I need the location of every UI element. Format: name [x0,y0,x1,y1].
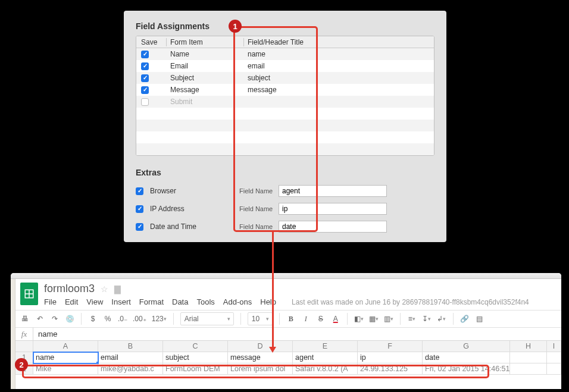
save-checkbox[interactable] [141,98,149,106]
folder-icon[interactable]: ▇ [114,284,121,294]
save-checkbox[interactable] [141,74,149,82]
extra-checkbox[interactable] [136,223,143,231]
menu-view[interactable]: View [86,297,103,306]
redo-icon[interactable]: ↷ [50,315,60,323]
sheets-logo-icon[interactable] [20,283,38,305]
spreadsheet-grid[interactable]: A B C D E F G H I 1 name email subject m… [15,341,561,375]
field-title-cell[interactable]: subject [243,74,434,82]
valign-icon[interactable]: ↧ [422,315,432,323]
extra-row-browser: Browser Field Name [136,182,434,200]
currency-icon[interactable]: $ [88,315,98,323]
menu-format[interactable]: Format [139,297,164,306]
field-name-input[interactable] [279,185,387,197]
save-checkbox[interactable] [141,51,149,58]
field-title-cell[interactable]: name [243,50,434,58]
star-icon[interactable]: ☆ [101,284,108,294]
formula-input[interactable]: name [33,330,58,338]
col-header[interactable]: E [293,341,358,352]
cell[interactable] [510,363,547,375]
cell[interactable] [547,363,561,375]
col-header[interactable]: D [228,341,293,352]
col-header[interactable]: F [358,341,423,352]
cell[interactable]: Mike [33,363,98,375]
cell[interactable]: Lorem ipsum dol [228,363,293,375]
table-row [136,143,434,155]
table-row[interactable]: Name name [136,48,434,60]
field-name-input[interactable] [279,203,387,215]
dec-increase-icon[interactable]: .00₊ [133,315,146,323]
cell[interactable] [547,352,561,363]
field-title-cell[interactable]: message [243,86,434,94]
menu-data[interactable]: Data [172,297,188,306]
percent-icon[interactable]: % [103,315,112,323]
cell[interactable]: agent [293,352,358,363]
field-name-input[interactable] [279,221,387,233]
cell[interactable]: name [33,352,98,363]
annotation-arrow-line [272,232,274,348]
wrap-icon[interactable]: ↲ [437,315,446,323]
form-item-cell: Name [166,50,243,58]
col-header[interactable]: H [510,341,547,352]
fill-color-icon[interactable]: ◧ [354,315,364,323]
link-icon[interactable]: 🔗 [460,315,470,323]
grid-row: 1 name email subject message agent ip da… [15,352,561,363]
comment-icon[interactable]: ▤ [475,315,484,323]
cell[interactable]: message [228,352,293,363]
dec-decrease-icon[interactable]: .0₋ [118,315,127,323]
cell[interactable]: email [98,352,163,363]
last-edit-text[interactable]: Last edit was made on June 16 by 2869788… [292,298,529,306]
cell[interactable]: date [423,352,510,363]
extra-checkbox[interactable] [136,205,143,213]
table-row[interactable]: Subject subject [136,72,434,84]
menu-edit[interactable]: Edit [65,297,78,306]
col-header[interactable]: B [98,341,163,352]
field-title-cell[interactable]: email [243,62,434,70]
menu-addons[interactable]: Add-ons [223,297,252,306]
halign-icon[interactable]: ≡ [407,315,417,323]
form-assignments-panel: Field Assignments Save Form Item Field/H… [124,11,446,242]
more-formats-button[interactable]: 123 [152,315,167,323]
menu-insert[interactable]: Insert [111,297,131,306]
paint-format-icon[interactable]: 💿 [65,315,74,323]
col-save-header[interactable]: Save [136,38,166,46]
save-checkbox[interactable] [141,86,149,94]
bold-icon[interactable]: B [286,315,296,324]
menu-tools[interactable]: Tools [196,297,214,306]
col-header[interactable]: A [33,341,98,352]
undo-icon[interactable]: ↶ [35,315,45,323]
doc-title[interactable]: formloom3 [44,283,95,295]
table-row[interactable]: Submit [136,96,434,108]
formula-bar: fx name [15,328,561,341]
row-header[interactable]: 1 [15,352,33,363]
cell[interactable]: subject [163,352,228,363]
col-form-header[interactable]: Form Item [166,38,243,46]
form-item-cell: Email [166,62,243,70]
italic-icon[interactable]: I [301,315,311,324]
cell[interactable]: mike@yabdab.c [98,363,163,375]
merge-icon[interactable]: ▥ [384,315,393,323]
table-row[interactable]: Email email [136,60,434,72]
save-checkbox[interactable] [141,62,149,70]
window-chrome [11,273,561,279]
font-size-select[interactable]: 10 [248,312,273,325]
borders-icon[interactable]: ▦ [369,315,379,323]
cell[interactable]: Fri, 02 Jan 2015 14:46:51 +0000 [423,363,510,375]
col-header[interactable]: I [547,341,561,352]
menu-file[interactable]: File [44,297,57,306]
extra-checkbox[interactable] [136,187,143,195]
cell[interactable]: FormLoom DEM [163,363,228,375]
col-header[interactable]: G [423,341,510,352]
text-color-icon[interactable]: A [331,315,340,323]
table-row[interactable]: Message message [136,84,434,96]
select-all-cell[interactable] [15,341,33,352]
row-header[interactable]: 2 [15,363,33,375]
cell[interactable]: ip [358,352,423,363]
strike-icon[interactable]: S [316,315,326,323]
font-select[interactable]: Arial [180,312,234,325]
print-icon[interactable]: 🖶 [20,315,30,323]
col-header[interactable]: C [163,341,228,352]
cell[interactable]: Safari v.8.0.2 (A [293,363,358,375]
col-field-header[interactable]: Field/Header Title [243,38,434,46]
cell[interactable]: 24.99.133.125 [358,363,423,375]
cell[interactable] [510,352,547,363]
